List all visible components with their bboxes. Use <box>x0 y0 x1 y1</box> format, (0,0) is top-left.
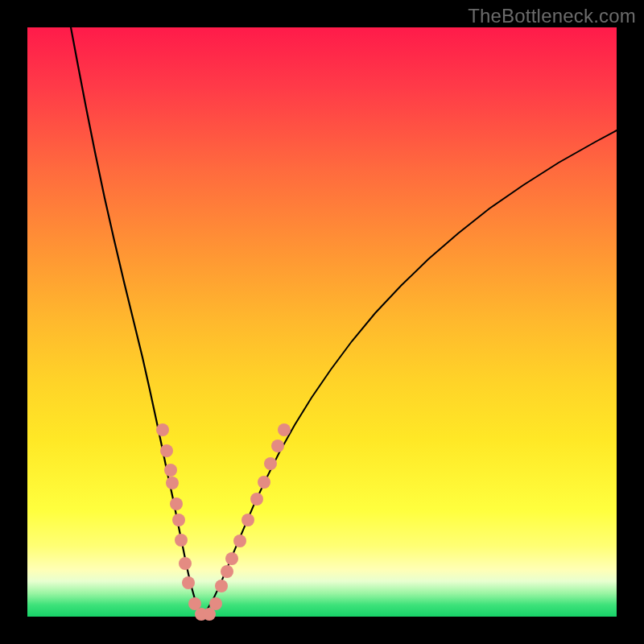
marker-dots-group <box>156 423 291 621</box>
marker-dot <box>175 534 188 547</box>
chart-frame: TheBottleneck.com <box>0 0 644 644</box>
marker-dot <box>221 565 233 578</box>
marker-dot <box>271 440 284 452</box>
curve-svg <box>27 27 617 617</box>
marker-dot <box>264 457 277 470</box>
marker-dot <box>166 477 179 489</box>
curve-right-branch <box>203 130 617 613</box>
marker-dot <box>278 423 291 436</box>
marker-dot <box>242 514 254 526</box>
marker-dot <box>209 597 222 610</box>
marker-dot <box>182 576 195 589</box>
marker-dot <box>258 476 270 489</box>
curve-left-branch <box>71 27 203 613</box>
marker-dot <box>170 497 183 510</box>
marker-dot <box>179 557 192 570</box>
marker-dot <box>233 535 246 547</box>
marker-dot <box>172 514 185 526</box>
marker-dot <box>225 552 238 565</box>
plot-area <box>27 27 617 617</box>
marker-dot <box>160 444 173 457</box>
watermark-text: TheBottleneck.com <box>468 5 636 27</box>
marker-dot <box>215 580 228 592</box>
marker-dot <box>164 464 177 477</box>
marker-dot <box>250 493 263 506</box>
marker-dot <box>156 423 169 436</box>
